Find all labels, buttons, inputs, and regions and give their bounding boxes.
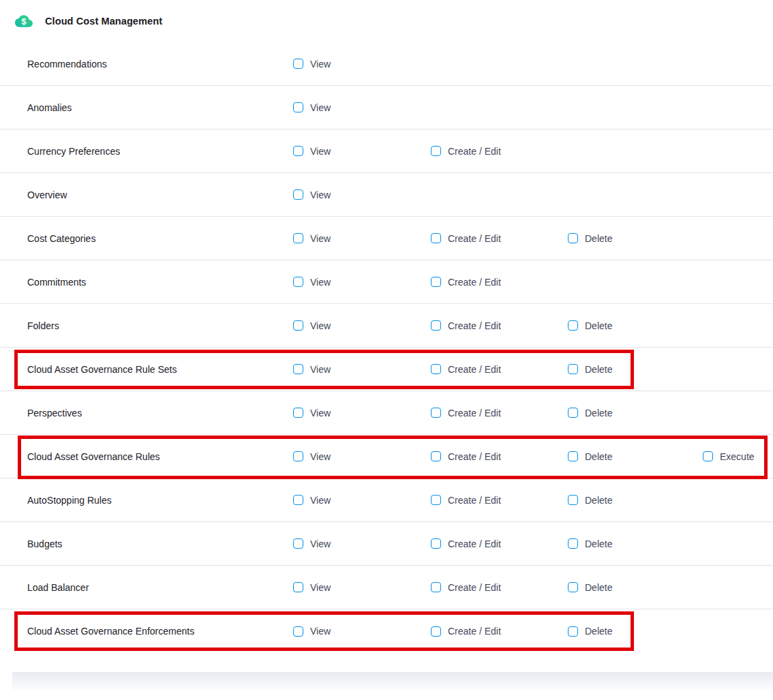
resource-label: Anomalies (0, 102, 293, 113)
delete-checkbox-label: Delete (585, 495, 612, 506)
view-checkbox[interactable] (293, 364, 303, 374)
create-edit-checkbox-label: Create / Edit (448, 495, 501, 506)
permission-row: Cloud Asset Governance Rule Sets View Cr… (0, 348, 773, 391)
perm-cell-view: View (293, 233, 431, 244)
permissions-table: Recommendations View Anomalies View Curr… (0, 42, 773, 653)
perm-cell-create: Create / Edit (431, 320, 568, 331)
create-edit-checkbox[interactable] (431, 364, 441, 374)
delete-checkbox[interactable] (568, 495, 578, 505)
cloud-dollar-icon: $ (15, 12, 33, 30)
view-checkbox-label: View (310, 408, 331, 419)
create-edit-checkbox[interactable] (431, 582, 441, 592)
delete-checkbox[interactable] (568, 538, 578, 549)
delete-checkbox-label: Delete (585, 408, 612, 419)
view-checkbox-label: View (310, 364, 331, 375)
view-checkbox-label: View (310, 102, 331, 113)
create-edit-checkbox-label: Create / Edit (448, 408, 501, 419)
create-edit-checkbox-label: Create / Edit (448, 233, 501, 244)
permission-row: Cost Categories View Create / Edit Delet… (0, 217, 773, 260)
view-checkbox-label: View (310, 582, 331, 593)
perm-cell-view: View (293, 59, 431, 70)
view-checkbox-label: View (310, 233, 331, 244)
view-checkbox[interactable] (293, 233, 303, 243)
delete-checkbox-label: Delete (585, 626, 612, 637)
view-checkbox[interactable] (293, 277, 303, 287)
perm-cell-delete: Delete (568, 320, 703, 331)
permission-row: Anomalies View (0, 86, 773, 130)
create-edit-checkbox[interactable] (431, 146, 441, 156)
delete-checkbox-label: Delete (585, 582, 612, 593)
perm-cell-execute: Execute (703, 451, 773, 462)
perm-cell-view: View (293, 582, 431, 593)
delete-checkbox-label: Delete (585, 320, 612, 331)
view-checkbox[interactable] (293, 582, 303, 592)
next-section-edge (12, 672, 773, 690)
view-checkbox[interactable] (293, 59, 303, 69)
perm-cell-create: Create / Edit (431, 408, 568, 419)
view-checkbox[interactable] (293, 189, 303, 200)
view-checkbox[interactable] (293, 451, 303, 461)
delete-checkbox[interactable] (568, 408, 578, 418)
create-edit-checkbox-label: Create / Edit (448, 277, 501, 288)
view-checkbox-label: View (310, 59, 331, 70)
perm-cell-delete: Delete (568, 626, 703, 637)
perm-cell-create: Create / Edit (431, 277, 568, 288)
resource-label: Currency Preferences (0, 146, 293, 157)
permission-row: Currency Preferences View Create / Edit (0, 130, 773, 173)
create-edit-checkbox[interactable] (431, 538, 441, 549)
execute-checkbox[interactable] (703, 451, 713, 461)
create-edit-checkbox[interactable] (431, 626, 441, 637)
create-edit-checkbox-label: Create / Edit (448, 626, 501, 637)
permission-row: Perspectives View Create / Edit Delete (0, 391, 773, 435)
create-edit-checkbox-label: Create / Edit (448, 364, 501, 375)
permission-row: Recommendations View (0, 42, 773, 86)
create-edit-checkbox-label: Create / Edit (448, 582, 501, 593)
view-checkbox-label: View (310, 320, 331, 331)
section-header: $ Cloud Cost Management (0, 0, 773, 42)
view-checkbox[interactable] (293, 626, 303, 637)
delete-checkbox[interactable] (568, 582, 578, 592)
view-checkbox[interactable] (293, 408, 303, 418)
delete-checkbox-label: Delete (585, 538, 612, 549)
view-checkbox-label: View (310, 495, 331, 506)
view-checkbox[interactable] (293, 495, 303, 505)
resource-label: AutoStopping Rules (0, 495, 293, 506)
perm-cell-view: View (293, 408, 431, 419)
resource-label: Perspectives (0, 408, 293, 419)
perm-cell-delete: Delete (568, 364, 703, 375)
create-edit-checkbox[interactable] (431, 451, 441, 461)
section-title: Cloud Cost Management (45, 16, 162, 27)
view-checkbox[interactable] (293, 146, 303, 156)
view-checkbox[interactable] (293, 102, 303, 112)
view-checkbox[interactable] (293, 538, 303, 549)
resource-label: Cost Categories (0, 233, 293, 244)
permission-row: Overview View (0, 173, 773, 217)
perm-cell-view: View (293, 495, 431, 506)
perm-cell-view: View (293, 189, 431, 200)
perm-cell-create: Create / Edit (431, 626, 568, 637)
delete-checkbox[interactable] (568, 626, 578, 637)
delete-checkbox[interactable] (568, 364, 578, 374)
perm-cell-create: Create / Edit (431, 495, 568, 506)
perm-cell-create: Create / Edit (431, 538, 568, 549)
create-edit-checkbox[interactable] (431, 408, 441, 418)
delete-checkbox[interactable] (568, 320, 578, 331)
perm-cell-create: Create / Edit (431, 451, 568, 462)
perm-cell-create: Create / Edit (431, 582, 568, 593)
create-edit-checkbox-label: Create / Edit (448, 146, 501, 157)
delete-checkbox-label: Delete (585, 451, 612, 462)
delete-checkbox[interactable] (568, 233, 578, 243)
create-edit-checkbox[interactable] (431, 277, 441, 287)
create-edit-checkbox[interactable] (431, 495, 441, 505)
view-checkbox[interactable] (293, 320, 303, 331)
create-edit-checkbox-label: Create / Edit (448, 451, 501, 462)
perm-cell-delete: Delete (568, 451, 703, 462)
resource-label: Cloud Asset Governance Enforcements (0, 626, 293, 637)
create-edit-checkbox[interactable] (431, 320, 441, 331)
create-edit-checkbox[interactable] (431, 233, 441, 243)
permission-row: Commitments View Create / Edit (0, 260, 773, 304)
resource-label: Budgets (0, 538, 293, 549)
perm-cell-create: Create / Edit (431, 233, 568, 244)
delete-checkbox[interactable] (568, 451, 578, 461)
resource-label: Load Balancer (0, 582, 293, 593)
